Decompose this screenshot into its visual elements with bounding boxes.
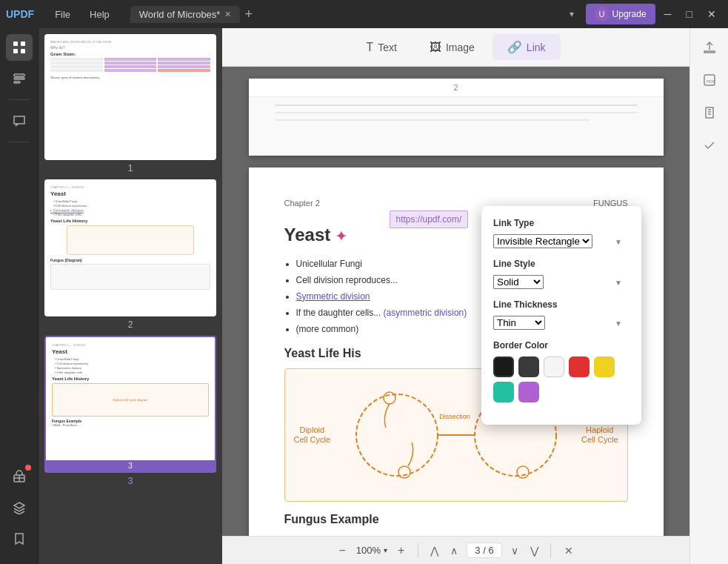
link-type-select[interactable]: Invisible Rectangle Visible Rectangle	[493, 234, 592, 248]
titlebar: UPDF File Help World of Microbes* ✕ + ▾ …	[0, 0, 728, 28]
menu-file[interactable]: File	[46, 6, 79, 23]
thumbnail-page-1[interactable]: MAKING AND OBSERVATION OF BACTERIA Why d…	[44, 34, 216, 173]
haploid-label: Haploid Cell Cycle	[581, 425, 618, 444]
right-upload-icon[interactable]	[696, 34, 723, 61]
link-type-label: Link Type	[493, 218, 630, 228]
svg-text:Dissection: Dissection	[439, 413, 470, 420]
color-swatch-dark-gray[interactable]	[518, 356, 539, 377]
page-start-button[interactable]: ⋀	[427, 543, 441, 558]
page-next-button[interactable]: ∨	[508, 543, 521, 558]
tab-dropdown-icon[interactable]: ▾	[570, 9, 574, 19]
page-nav: 3 / 6	[467, 543, 501, 558]
document-area: T Text 🖼 Image 🔗 Link 2	[222, 28, 689, 564]
link-type-select-wrapper: Invisible Rectangle Visible Rectangle	[493, 234, 630, 248]
chapter-label: Chapter 2	[284, 197, 320, 210]
line-thickness-section: Line Thickness Thin Medium Thick	[493, 299, 630, 330]
thumbnail-page-3[interactable]: CHAPTER 2 — FUNGUS Yeast • Unicellular F…	[44, 336, 216, 486]
sidebar-comment-icon[interactable]	[6, 107, 33, 134]
color-swatch-black[interactable]	[493, 356, 514, 377]
right-pdf-icon[interactable]: PDF	[696, 67, 723, 93]
color-swatch-white[interactable]	[544, 356, 564, 377]
doc-toolbar: T Text 🖼 Image 🔗 Link	[222, 28, 689, 67]
svg-rect-1	[21, 42, 25, 46]
fungus-example-title: Fungus Example	[284, 511, 628, 528]
color-swatches	[493, 356, 630, 402]
svg-point-14	[517, 466, 529, 478]
upgrade-button[interactable]: U Upgrade	[586, 4, 655, 24]
thumbnails-panel: MAKING AND OBSERVATION OF BACTERIA Why d…	[39, 28, 222, 564]
thumb-image-2: CHAPTER 2 — FUNGUS Yeast • Unicellular F…	[44, 179, 216, 316]
svg-rect-6	[14, 82, 20, 83]
link-label: Link	[527, 42, 546, 53]
decorative-mark: ✦	[335, 229, 347, 244]
link-type-section: Link Type Invisible Rectangle Visible Re…	[493, 218, 630, 248]
color-swatch-yellow[interactable]	[594, 356, 615, 377]
image-tool-button[interactable]: 🖼 Image	[415, 35, 490, 60]
sidebar-bookmark-icon[interactable]	[6, 525, 33, 552]
page-prev-button[interactable]: ∧	[447, 543, 461, 558]
line-style-section: Line Style Solid Dashed Dotted	[493, 259, 630, 289]
link-tool-button[interactable]: 🔗 Link	[492, 34, 561, 60]
user-avatar-icon: U	[595, 7, 610, 21]
color-swatch-teal[interactable]	[493, 382, 514, 402]
sidebar-thumbnails-icon[interactable]	[6, 34, 33, 61]
sidebar-left	[0, 28, 39, 564]
maximize-icon[interactable]: □	[681, 7, 698, 21]
color-swatch-red[interactable]	[569, 356, 590, 377]
sidebar-gift-icon[interactable]	[6, 463, 33, 490]
fungus-bullets: Unicel... Mold - Penicillium, Koji, Blac…	[296, 533, 628, 537]
toolbar-close-button[interactable]: ✕	[560, 543, 578, 558]
page-end-button[interactable]: ⋁	[527, 543, 541, 558]
main-layout: MAKING AND OBSERVATION OF BACTERIA Why d…	[0, 28, 728, 564]
text-tool-button[interactable]: T Text	[351, 35, 411, 60]
svg-rect-5	[14, 78, 24, 79]
link-icon: 🔗	[507, 40, 522, 54]
svg-rect-4	[14, 74, 24, 76]
diploid-label: Diploid Cell Cycle	[294, 425, 331, 444]
close-window-icon[interactable]: ✕	[701, 7, 722, 21]
thumb-image-3: CHAPTER 2 — FUNGUS Yeast • Unicellular F…	[44, 336, 216, 473]
minimize-icon[interactable]: ─	[658, 7, 678, 21]
image-label: Image	[446, 42, 475, 53]
fungus-bullet-1: Unicel...	[296, 533, 628, 537]
right-extract-icon[interactable]	[696, 99, 723, 126]
upgrade-label: Upgrade	[612, 9, 647, 19]
tab-title: World of Microbes*	[139, 9, 221, 20]
bottom-toolbar: − 100% ▾ + ⋀ ∧ 3 / 6 ∨ ⋁ ✕	[222, 536, 689, 564]
active-page-badge: 3	[46, 460, 215, 471]
svg-text:PDF: PDF	[707, 79, 715, 84]
tab-world-of-microbes[interactable]: World of Microbes* ✕	[130, 6, 241, 23]
zoom-in-button[interactable]: +	[393, 541, 409, 560]
separator-2	[550, 543, 551, 558]
separator-1	[418, 543, 418, 558]
right-check-icon[interactable]	[696, 132, 723, 159]
svg-rect-0	[13, 42, 18, 46]
zoom-display: 100% ▾	[356, 545, 387, 556]
thumb-label-3: 3	[128, 476, 133, 486]
line-style-select[interactable]: Solid Dashed Dotted	[493, 275, 544, 289]
zoom-out-button[interactable]: −	[334, 541, 350, 560]
thumb-image-1: MAKING AND OBSERVATION OF BACTERIA Why d…	[44, 34, 216, 160]
line-style-label: Line Style	[493, 259, 630, 269]
line-thickness-select-wrapper: Thin Medium Thick	[493, 316, 630, 330]
svg-point-12	[398, 466, 410, 478]
line-style-select-wrapper: Solid Dashed Dotted	[493, 275, 630, 289]
sidebar-edit-icon[interactable]	[6, 65, 33, 92]
svg-rect-3	[21, 49, 25, 53]
notification-badge	[25, 465, 31, 471]
color-swatch-purple[interactable]	[518, 382, 539, 402]
sidebar-divider-1	[9, 99, 30, 100]
thumb-label-1: 1	[128, 163, 133, 173]
tab-add-icon[interactable]: +	[244, 7, 253, 22]
link-url-overlay: https://updf.com/	[390, 210, 469, 228]
thumbnail-page-2[interactable]: CHAPTER 2 — FUNGUS Yeast • Unicellular F…	[44, 179, 216, 330]
border-color-label: Border Color	[493, 340, 630, 351]
tab-close-icon[interactable]: ✕	[224, 10, 231, 19]
line-thickness-label: Line Thickness	[493, 299, 630, 310]
titlebar-actions: U Upgrade ─ □ ✕	[586, 4, 722, 24]
menu-help[interactable]: Help	[81, 6, 118, 23]
line-thickness-select[interactable]: Thin Medium Thick	[493, 316, 545, 330]
zoom-dropdown-icon[interactable]: ▾	[384, 546, 387, 554]
text-label: Text	[378, 42, 397, 53]
sidebar-layers-icon[interactable]	[6, 494, 33, 521]
